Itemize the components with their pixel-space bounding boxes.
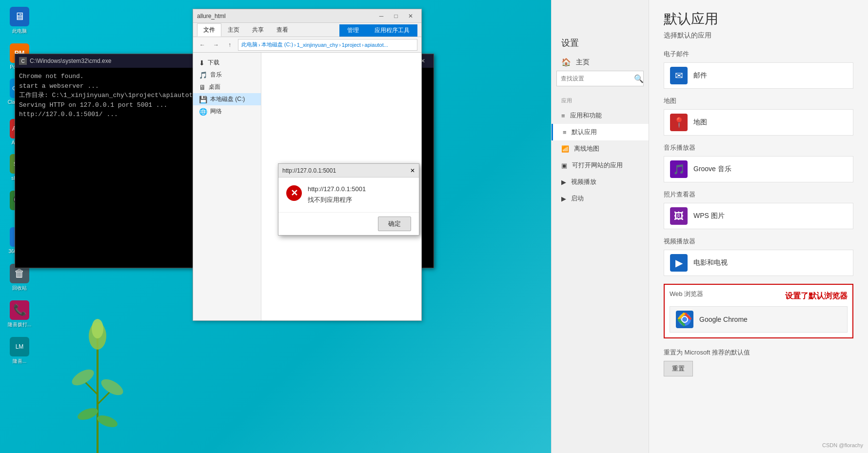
- cmd-title-text: C:\Windows\system32\cmd.exe: [30, 58, 111, 64]
- sidebar-item-desktop[interactable]: 🖥 桌面: [193, 81, 261, 93]
- settings-subtitle: 选择默认的应用: [664, 31, 853, 40]
- video-category-label: 视频播放器: [664, 237, 853, 246]
- startup-label: 启动: [571, 194, 584, 203]
- error-icon: ✕: [286, 185, 302, 201]
- music-category-label: 音乐播放器: [664, 143, 853, 152]
- photos-app-entry[interactable]: 🖼 WPS 图片: [664, 203, 853, 229]
- maps-category-label: 地图: [664, 97, 853, 105]
- ribbon-tab-view[interactable]: 查看: [270, 23, 295, 37]
- search-icon: 🔍: [634, 74, 644, 83]
- desktop-icon-phone[interactable]: 📞 隆喜拨打...: [2, 298, 37, 330]
- web-browser-header: Web 浏览器 设置了默认浏览器: [670, 290, 848, 302]
- settings-search-box[interactable]: 🔍: [556, 71, 644, 86]
- video-app-icon: ▶: [670, 254, 688, 272]
- settings-search-input[interactable]: [561, 75, 634, 82]
- dialog-header: http://127.0.0.1:5001 ✕: [278, 164, 419, 177]
- nav-forward-button[interactable]: →: [211, 39, 221, 50]
- dialog-text-block: http://127.0.0.1:5001 找不到应用程序: [308, 185, 411, 204]
- default-apps-icon: ≡: [563, 129, 567, 136]
- explorer-sidebar: ⬇ 下载 🎵 音乐 🖥 桌面 💾 本地磁盘 (C:) 🌐 网络: [193, 53, 261, 320]
- map-pin-icon: 📍: [673, 117, 685, 128]
- settings-home-nav[interactable]: 🏠 主页: [552, 54, 649, 71]
- explorer-controls: ─ □ ✕: [375, 11, 417, 21]
- settings-nav-startup[interactable]: ▶ 启动: [552, 190, 649, 207]
- chrome-logo-svg: [678, 313, 691, 326]
- ribbon-tab-home[interactable]: 主页: [221, 23, 246, 37]
- default-apps-label: 默认应用: [572, 128, 597, 137]
- email-app-name: 邮件: [693, 71, 707, 80]
- nav-back-button[interactable]: ←: [197, 39, 208, 50]
- settings-nav-default-apps[interactable]: ≡ 默认应用: [552, 124, 649, 140]
- ribbon-tab-file[interactable]: 文件: [197, 23, 221, 37]
- web-browser-section: Web 浏览器 设置了默认浏览器: [664, 284, 853, 338]
- explorer-addressbar: ← → ↑ 此电脑 › 本地磁盘 (C:) › 1_xinjinyuan_chy…: [193, 37, 421, 53]
- music-app-entry[interactable]: 🎵 Groove 音乐: [664, 156, 853, 182]
- maps-category: 地图 📍 地图: [664, 97, 853, 136]
- offline-maps-label: 离线地图: [574, 144, 599, 153]
- svg-point-8: [96, 413, 119, 430]
- dialog-close-button[interactable]: ✕: [410, 167, 415, 174]
- music-app-name: Groove 音乐: [693, 165, 731, 174]
- settings-sidebar: 设置 🏠 主页 🔍 应用 ≡ 应用和功能 ≡ 默认应用 📶 离线地图: [552, 0, 649, 453]
- offline-maps-icon: 📶: [561, 145, 569, 153]
- web-browser-annotation: 设置了默认浏览器: [785, 291, 848, 301]
- video-play-icon: ▶: [675, 257, 683, 269]
- svg-point-6: [99, 376, 125, 398]
- explorer-close-button[interactable]: ✕: [404, 11, 417, 21]
- home-label: 主页: [576, 58, 590, 67]
- maps-app-icon: 📍: [670, 114, 688, 131]
- explorer-minimize-button[interactable]: ─: [375, 11, 388, 21]
- path-user[interactable]: 1_xinjinyuan_chy: [297, 42, 338, 48]
- path-computer[interactable]: 此电脑: [241, 41, 257, 48]
- dialog-url-text: http://127.0.0.1:5001: [308, 185, 411, 193]
- web-browser-label: Web 浏览器: [670, 290, 703, 298]
- settings-nav-offline-maps[interactable]: 📶 离线地图: [552, 140, 649, 157]
- dialog-message-text: 找不到应用程序: [308, 196, 411, 204]
- email-app-icon: ✉: [670, 67, 688, 84]
- video-category: 视频播放器 ▶ 电影和电视: [664, 237, 853, 276]
- download-icon: ⬇: [199, 59, 205, 67]
- explorer-maximize-button[interactable]: □: [389, 11, 403, 21]
- dialog-footer: 确定: [278, 212, 419, 235]
- ribbon-tab-share[interactable]: 共享: [246, 23, 270, 37]
- ribbon-tabs: 文件 主页 共享 查看 管理 应用程序工具: [193, 23, 421, 37]
- ribbon-tab-manage[interactable]: 管理: [339, 24, 367, 37]
- music-category: 音乐播放器 🎵 Groove 音乐: [664, 143, 853, 182]
- sidebar-label-download: 下载: [208, 59, 219, 67]
- svg-point-11: [682, 317, 687, 322]
- email-icon: ✉: [675, 70, 683, 81]
- desktop-icon-pc[interactable]: 🖥 此电脑: [2, 5, 37, 37]
- music-app-icon: 🎵: [670, 160, 688, 178]
- reset-button[interactable]: 重置: [664, 361, 693, 376]
- chrome-app-entry[interactable]: Google Chrome: [670, 306, 848, 333]
- video-app-entry[interactable]: ▶ 电影和电视: [664, 250, 853, 276]
- chrome-app-icon: [676, 311, 693, 328]
- email-app-entry[interactable]: ✉ 邮件: [664, 62, 853, 89]
- nav-up-button[interactable]: ↑: [224, 39, 235, 50]
- desktop-icon-lm[interactable]: LM 隆喜...: [2, 335, 37, 367]
- settings-nav-video[interactable]: ▶ 视频播放: [552, 174, 649, 190]
- sidebar-item-network[interactable]: 🌐 网络: [193, 105, 261, 118]
- sidebar-item-download[interactable]: ⬇ 下载: [193, 57, 261, 69]
- path-apiautot[interactable]: apiautot...: [365, 42, 388, 48]
- network-icon: 🌐: [199, 108, 207, 116]
- apps-features-icon: ≡: [561, 112, 565, 119]
- dialog-confirm-button[interactable]: 确定: [378, 217, 411, 231]
- cmd-icon: C: [19, 57, 27, 65]
- settings-nav-open-website[interactable]: ▣ 可打开网站的应用: [552, 157, 649, 174]
- path-local-disk[interactable]: 本地磁盘 (C:): [261, 41, 293, 48]
- photos-category: 照片查看器 🖼 WPS 图片: [664, 190, 853, 229]
- path-project[interactable]: 1project: [342, 42, 361, 48]
- music-icon: 🎵: [199, 71, 207, 79]
- video-label: 视频播放: [571, 177, 596, 186]
- svg-point-5: [69, 366, 96, 389]
- address-path[interactable]: 此电脑 › 本地磁盘 (C:) › 1_xinjinyuan_chy › 1pr…: [238, 39, 417, 51]
- home-icon: 🏠: [561, 58, 571, 67]
- maps-app-entry[interactable]: 📍 地图: [664, 109, 853, 136]
- open-website-label: 可打开网站的应用: [572, 161, 623, 170]
- settings-panel: 设置 🏠 主页 🔍 应用 ≡ 应用和功能 ≡ 默认应用 📶 离线地图: [551, 0, 868, 453]
- ribbon-tab-app-tools[interactable]: 应用程序工具: [367, 24, 417, 37]
- sidebar-item-local-disk[interactable]: 💾 本地磁盘 (C:): [193, 93, 261, 105]
- sidebar-item-music[interactable]: 🎵 音乐: [193, 69, 261, 81]
- settings-nav-apps-features[interactable]: ≡ 应用和功能: [552, 107, 649, 124]
